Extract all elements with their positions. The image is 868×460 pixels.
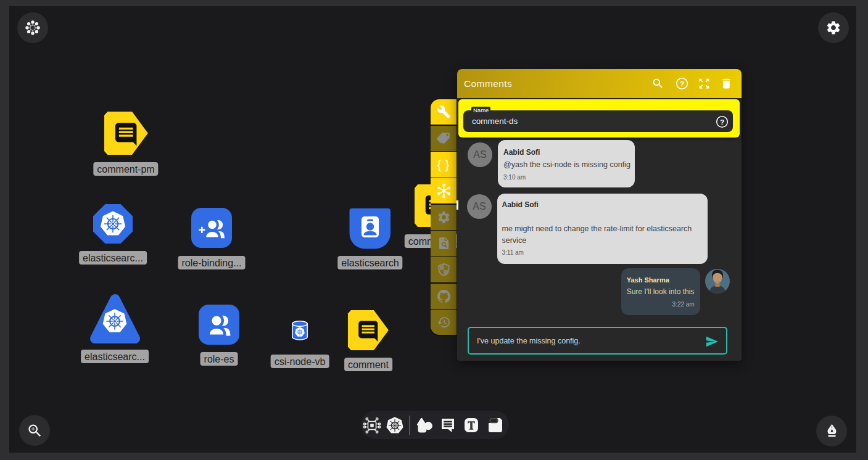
svg-text:?: ?: [680, 80, 684, 88]
svg-text:?: ?: [720, 117, 724, 126]
